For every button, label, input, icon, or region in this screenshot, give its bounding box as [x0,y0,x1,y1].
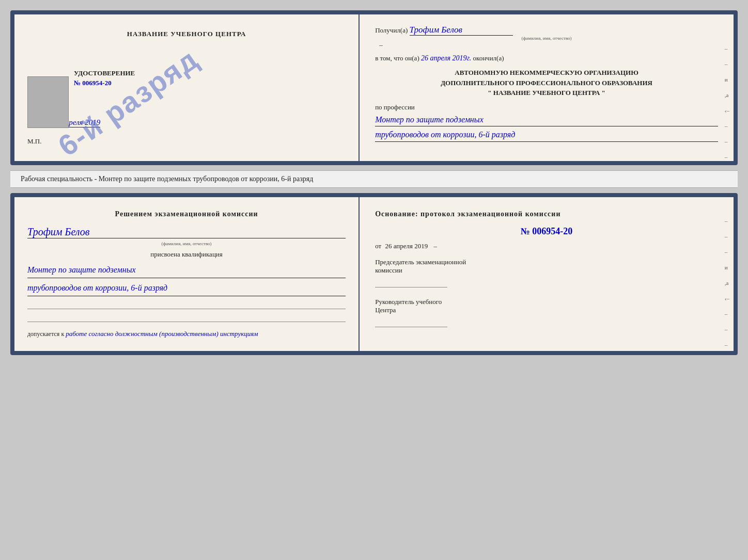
photo-placeholder [27,76,69,128]
dopuskaetsya-block: допускается к работе согласно должностны… [27,330,346,338]
vydano-block: Выдано 26 апреля 2019 [27,118,346,127]
mark3: и [725,76,729,83]
mark1: – [725,45,729,52]
blank-line1 [27,299,346,309]
mp-block: М.П. [27,137,346,146]
mark2: – [725,61,729,67]
proto-prefix: № [521,226,530,236]
dash-right: – [433,242,437,250]
blank-line2 [27,312,346,322]
proto-number: № 006954-20 [375,226,718,237]
vtom-date: 26 апреля 2019г. [421,54,471,62]
cert2-left: Решением экзаменационной комиссии Трофим… [14,197,360,351]
mark2-5: ,а [725,280,729,286]
mark5: ‹– [725,107,729,114]
mark2-6: ‹– [725,295,729,301]
mark2-8: – [725,326,729,332]
mark2-1: – [725,218,729,224]
osnovanie-block: Основание: протокол экзаменационной коми… [375,210,718,218]
page-wrapper: НАЗВАНИЕ УЧЕБНОГО ЦЕНТРА 6-й разряд УДОС… [10,10,738,355]
rukovoditel-line1: Руководитель учебного [375,298,718,306]
org-block: АВТОНОМНУЮ НЕКОММЕРЧЕСКУЮ ОРГАНИЗАЦИЮ ДО… [375,68,718,98]
dash1: – [379,41,383,49]
mark2-9: – [725,342,729,348]
org-line2: ДОПОЛНИТЕЛЬНОГО ПРОФЕССИОНАЛЬНОГО ОБРАЗО… [375,78,718,88]
dopuskaetsya-text: работе согласно должностным (производств… [66,330,258,338]
recipient-name: Трофим Белов [410,25,462,35]
poluchil-label: Получил(а) [375,26,408,34]
ot-date-value: 26 апреля 2019 [385,242,428,250]
name2-handwritten: Трофим Белов [27,226,346,238]
org-line1: АВТОНОМНУЮ НЕКОММЕРЧЕСКУЮ ОРГАНИЗАЦИЮ [375,68,718,78]
mark2-7: – [725,311,729,317]
ot-prefix: от [375,242,381,250]
mark2-4: и [725,264,729,270]
predsedatel-block: Председатель экзаменационной комиссии [375,258,718,287]
cert-number-value: 006954-20 [82,79,111,87]
cert2-right: Основание: протокол экзаменационной коми… [360,197,734,351]
profession-line2: трубопроводов от коррозии, 6-й разряд [375,128,718,142]
mark2-2: – [725,233,729,239]
po-professii: по профессии [375,103,718,111]
rukovoditel-block: Руководитель учебного Центра [375,298,718,327]
mark6: – [725,123,729,129]
predsedatel-signature [375,277,447,287]
udostoverenie-block: УДОСТОВЕРЕНИЕ № 006954-20 [74,69,346,87]
name2-wrapper: Трофим Белов (фамилия, имя, отчество) [27,226,346,246]
cert-number: № 006954-20 [74,79,346,87]
certificate-doc-2: Решением экзаменационной комиссии Трофим… [10,193,738,355]
dopuskaetsya-prefix: допускается к [27,330,64,338]
vtom-label: в том, что он(а) [375,54,419,62]
profession2-line2: трубопроводов от коррозии, 6-й разряд [27,281,346,296]
ot-date: от 26 апреля 2019 – [375,242,718,250]
vtom-line: в том, что он(а) 26 апреля 2019г. окончи… [375,54,718,62]
prisvoena-line: присвоена квалификация [27,250,346,259]
poluchil-name: Трофим Белов [410,25,513,36]
poluchil-line: Получил(а) Трофим Белов (фамилия, имя, о… [375,25,718,49]
profession2-line1: Монтер по защите подземных [27,263,346,278]
mark7: – [725,138,729,145]
mark4: ,а [725,92,729,98]
udostoverenie-label: УДОСТОВЕРЕНИЕ [74,69,346,77]
rukovoditel-line2: Центра [375,306,718,314]
predsedatel-line1: Председатель экзаменационной [375,258,718,266]
resheniem-block: Решением экзаменационной комиссии [27,210,346,218]
okончил-label: окончил(а) [473,54,504,62]
right-margin-marks: – – и ,а ‹– – – – [725,45,729,160]
org-line3: " НАЗВАНИЕ УЧЕБНОГО ЦЕНТРА " [375,88,718,98]
middle-text: Рабочая специальность - Монтер по защите… [10,170,738,188]
mark2-3: – [725,249,729,255]
cert1-right: Получил(а) Трофим Белов (фамилия, имя, о… [360,14,734,161]
name-hint: (фамилия, имя, отчество) [375,36,718,41]
profession-line1: Монтер по защите подземных [375,113,718,127]
rukovoditel-signature [375,317,447,327]
cert1-left: НАЗВАНИЕ УЧЕБНОГО ЦЕНТРА 6-й разряд УДОС… [14,14,360,161]
number-prefix: № [74,79,81,87]
proto-value: 006954-20 [532,226,572,236]
right-margin-marks2: – – – и ,а ‹– – – – – – [725,218,729,355]
mark8: – [725,154,729,160]
cert1-title: НАЗВАНИЕ УЧЕБНОГО ЦЕНТРА [27,30,346,38]
certificate-doc-1: НАЗВАНИЕ УЧЕБНОГО ЦЕНТРА 6-й разряд УДОС… [10,10,738,165]
predsedatel-line2: комиссии [375,266,718,275]
name2-hint: (фамилия, имя, отчество) [27,241,346,246]
